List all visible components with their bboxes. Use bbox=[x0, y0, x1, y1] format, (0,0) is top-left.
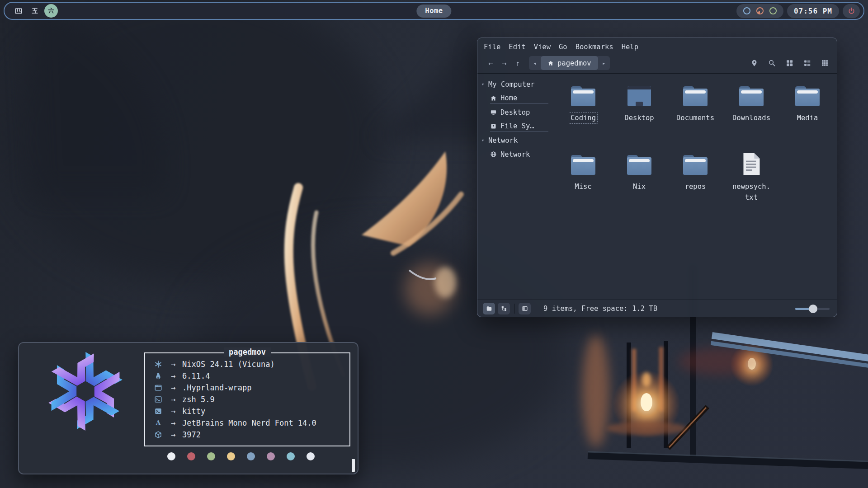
home-icon bbox=[547, 60, 554, 66]
folder-icon bbox=[569, 153, 598, 177]
file-item-folder[interactable]: Downloads bbox=[723, 79, 779, 148]
places-pane-icon bbox=[486, 305, 492, 312]
places-pane-button[interactable] bbox=[483, 303, 495, 314]
file-label: newpsych.txt bbox=[730, 181, 773, 203]
status-indicators[interactable] bbox=[736, 4, 783, 18]
path-segment-home[interactable]: pagedmov bbox=[541, 56, 598, 70]
workspace-button-6-active[interactable] bbox=[44, 4, 58, 18]
fetch-row-font: A → JetBrains Mono Nerd Font 14.0 bbox=[152, 417, 349, 429]
fetch-row-wm: → .Hyprland-wrapp bbox=[152, 382, 349, 394]
palette-dot bbox=[227, 452, 235, 460]
terminal-icon bbox=[154, 407, 162, 415]
icon-view-icon[interactable] bbox=[786, 59, 793, 67]
arrow-icon: → bbox=[164, 407, 182, 416]
sidebar-section-my-computer[interactable]: ▾ My Computer bbox=[477, 77, 554, 91]
location-pin-icon[interactable] bbox=[750, 59, 758, 67]
fetch-row-os: → NixOS 24.11 (Vicuna) bbox=[152, 358, 349, 370]
path-previous-chevron[interactable]: ◂ bbox=[529, 56, 541, 70]
sidebar-item-desktop[interactable]: Desktop bbox=[477, 105, 554, 119]
path-next-chevron[interactable]: ▸ bbox=[598, 56, 610, 70]
desktop-icon bbox=[490, 109, 497, 116]
file-item-folder[interactable]: Documents bbox=[667, 79, 723, 148]
circle-indicator-blue-icon bbox=[742, 6, 751, 15]
home-icon bbox=[490, 95, 497, 102]
power-button[interactable] bbox=[843, 4, 860, 18]
menu-bookmarks[interactable]: Bookmarks bbox=[576, 43, 613, 51]
terminal-scrollbar[interactable] bbox=[352, 459, 355, 472]
file-item-text-file[interactable]: newpsych.txt bbox=[723, 148, 779, 216]
file-item-folder[interactable]: Media bbox=[779, 79, 835, 148]
forward-button[interactable]: → bbox=[497, 59, 511, 68]
filesystem-icon bbox=[490, 123, 497, 130]
palette-dot bbox=[167, 452, 175, 460]
workspace-glyph-five bbox=[31, 7, 39, 15]
file-item-folder[interactable]: repos bbox=[667, 148, 723, 216]
file-item-folder[interactable]: Desktop bbox=[611, 79, 667, 148]
zoom-slider[interactable] bbox=[795, 304, 830, 313]
up-button[interactable]: ↑ bbox=[511, 59, 524, 68]
file-item-folder[interactable]: Coding bbox=[555, 79, 611, 148]
power-icon bbox=[848, 7, 855, 15]
menu-view[interactable]: View bbox=[534, 43, 551, 51]
terminal-color-palette bbox=[167, 452, 315, 460]
sidebar-item-file-system[interactable]: File Sy… bbox=[477, 119, 554, 133]
workspace-glyph-four bbox=[14, 7, 23, 15]
shell-icon bbox=[154, 395, 162, 404]
palette-dot bbox=[247, 452, 255, 460]
top-status-bar: Home 07:56 PM bbox=[4, 2, 864, 20]
file-item-folder[interactable]: Misc bbox=[555, 148, 611, 216]
slider-thumb[interactable] bbox=[809, 305, 817, 313]
palette-dot bbox=[307, 452, 315, 460]
fetch-value: zsh 5.9 bbox=[182, 395, 215, 404]
clock-widget[interactable]: 07:56 PM bbox=[787, 4, 839, 18]
file-manager-window: File Edit View Go Bookmarks Help ← → ↑ ◂… bbox=[477, 38, 837, 317]
fastfetch-frame: pagedmov → NixOS 24.11 (Vicuna) → 6.11.4 bbox=[144, 352, 350, 446]
menu-file[interactable]: File bbox=[484, 43, 500, 51]
fetch-value: 6.11.4 bbox=[182, 371, 210, 380]
tree-pane-icon bbox=[501, 305, 507, 312]
file-item-folder[interactable]: Nix bbox=[611, 148, 667, 216]
folder-icon bbox=[569, 84, 598, 108]
tree-pane-button[interactable] bbox=[498, 303, 510, 314]
compact-view-icon[interactable] bbox=[803, 59, 811, 67]
fetch-value: .Hyprland-wrapp bbox=[182, 383, 252, 392]
file-label: Downloads bbox=[731, 112, 772, 124]
sidebar-section-network[interactable]: ▾ Network bbox=[477, 133, 554, 147]
places-sidebar: ▾ My Computer Home Desktop bbox=[477, 74, 554, 300]
search-icon[interactable] bbox=[768, 59, 776, 67]
collapse-caret-icon[interactable]: ▾ bbox=[477, 81, 488, 87]
file-label: repos bbox=[683, 181, 708, 192]
arrow-icon: → bbox=[164, 360, 182, 369]
thumbnail-view-icon[interactable] bbox=[821, 59, 829, 67]
fetch-row-shell: → zsh 5.9 bbox=[152, 394, 349, 405]
menu-edit[interactable]: Edit bbox=[509, 43, 525, 51]
palette-dot bbox=[267, 452, 275, 460]
desktop-folder-icon bbox=[625, 84, 654, 108]
back-button[interactable]: ← bbox=[484, 59, 497, 68]
file-label: Documents bbox=[675, 112, 716, 124]
workspace-button-4[interactable] bbox=[12, 4, 25, 18]
fetch-value: kitty bbox=[182, 407, 205, 416]
kernel-icon bbox=[154, 372, 162, 380]
path-location-label: pagedmov bbox=[557, 59, 591, 67]
workspace-switcher bbox=[12, 4, 58, 18]
collapse-caret-icon[interactable]: ▾ bbox=[477, 137, 488, 143]
sidebar-item-label: Home bbox=[500, 94, 517, 102]
folder-icon bbox=[793, 84, 822, 108]
file-label: Media bbox=[795, 112, 820, 124]
menu-go[interactable]: Go bbox=[559, 43, 567, 51]
sidebar-item-network[interactable]: Network bbox=[477, 147, 554, 161]
circle-indicator-orange-icon bbox=[755, 6, 764, 15]
workspace-button-5[interactable] bbox=[28, 4, 42, 18]
sidebar-item-label: Desktop bbox=[500, 108, 530, 117]
workspace-glyph-six bbox=[47, 7, 55, 15]
arrow-icon: → bbox=[164, 383, 182, 392]
wm-icon bbox=[154, 384, 162, 392]
fetch-value: 3972 bbox=[182, 430, 201, 439]
menu-help[interactable]: Help bbox=[622, 43, 638, 51]
arrow-icon: → bbox=[164, 430, 182, 439]
sidebar-item-home[interactable]: Home bbox=[477, 91, 554, 105]
split-view-button[interactable] bbox=[519, 303, 531, 314]
text-file-icon bbox=[741, 151, 762, 177]
circle-indicator-green-icon bbox=[769, 6, 778, 15]
